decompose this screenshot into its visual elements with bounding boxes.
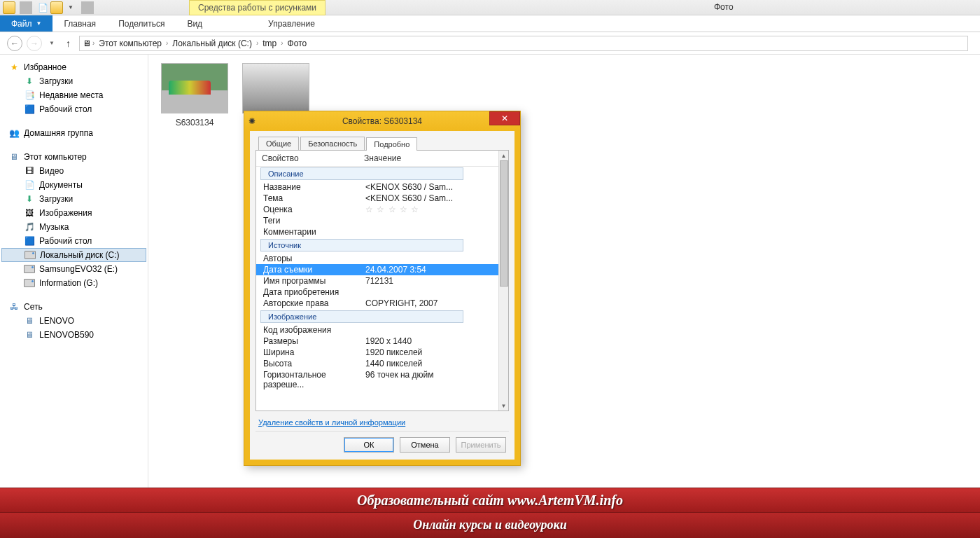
- property-row[interactable]: Размеры1920 x 1440: [256, 336, 498, 347]
- properties-dialog: ✺ Свойства: S6303134 ✕ Общие Безопасност…: [244, 111, 521, 466]
- navbar: ← → ▼ ↑ 🖥 › Этот компьютер› Локальный ди…: [0, 32, 980, 55]
- tab-share[interactable]: Поделиться: [107, 15, 176, 32]
- property-row[interactable]: Ширина1920 пикселей: [256, 347, 498, 358]
- property-section: Изображение: [260, 310, 463, 323]
- chevron-down-icon: ▼: [36, 20, 42, 27]
- video-icon: 🎞: [24, 165, 35, 177]
- computer-icon: 🖥: [83, 39, 91, 48]
- thumbnail-caption: S6303134: [157, 118, 232, 127]
- new-folder-icon[interactable]: [50, 1, 63, 14]
- sidebar-item-pictures[interactable]: 🖼Изображения: [0, 206, 148, 220]
- breadcrumb[interactable]: Фото: [285, 39, 310, 48]
- thumbnail-item[interactable]: [238, 63, 314, 118]
- sidebar-item-downloads[interactable]: ⬇Загрузки: [0, 192, 148, 206]
- sidebar-item-downloads[interactable]: ⬇Загрузки: [0, 74, 148, 88]
- sidebar-item-network-pc[interactable]: 🖥LENOVOB590: [0, 328, 148, 342]
- property-rows[interactable]: ОписаниеНазвание<KENOX S630 / Sam...Тема…: [256, 166, 498, 411]
- sidebar-item-video[interactable]: 🎞Видео: [0, 164, 148, 178]
- recent-icon: 📑: [24, 90, 35, 101]
- network-icon: 🖧: [8, 301, 20, 312]
- scrollbar[interactable]: ▲ ▼: [498, 151, 508, 411]
- homegroup[interactable]: 👥Домашняя группа: [0, 126, 148, 140]
- breadcrumb[interactable]: Локальный диск (C:): [169, 39, 255, 48]
- desktop-icon: 🟦: [24, 235, 35, 247]
- sidebar-item-drive-c[interactable]: Локальный диск (C:): [1, 248, 146, 262]
- sidebar-item-documents[interactable]: 📄Документы: [0, 178, 148, 192]
- property-row[interactable]: Комментарии: [256, 226, 498, 237]
- music-icon: 🎵: [24, 221, 35, 233]
- sidebar-item-drive-g[interactable]: Information (G:): [0, 276, 148, 290]
- breadcrumb[interactable]: Этот компьютер: [96, 39, 164, 48]
- property-row[interactable]: Авторы: [256, 253, 498, 264]
- download-icon: ⬇: [24, 76, 35, 87]
- tab-home[interactable]: Главная: [52, 15, 107, 32]
- footer-banner-1: Образовательный сайт www.ArtemVM.info: [0, 488, 980, 513]
- property-row[interactable]: Название<KENOX S630 / Sam...: [256, 181, 498, 193]
- sidebar-item-desktop[interactable]: 🟦Рабочий стол: [0, 102, 148, 116]
- close-icon: ✕: [501, 113, 508, 123]
- property-row[interactable]: Высота1440 пикселей: [256, 358, 498, 369]
- property-row[interactable]: Авторские праваCOPYRIGHT, 2007: [256, 298, 498, 309]
- column-value[interactable]: Значение: [364, 153, 503, 163]
- computer-icon: 🖥: [8, 151, 20, 163]
- titlebar: 📄 ▼ Средства работы с рисунками Фото: [0, 0, 980, 15]
- sidebar-item-drive-e[interactable]: SamsungEVO32 (E:): [0, 262, 148, 276]
- tab-manage[interactable]: Управление: [257, 15, 326, 32]
- contextual-tab-label: Средства работы с рисунками: [189, 0, 326, 15]
- remove-properties-link[interactable]: Удаление свойств и личной информации: [258, 418, 405, 427]
- ok-button[interactable]: ОК: [344, 437, 394, 453]
- sidebar-item-network-pc[interactable]: 🖥LENOVO: [0, 314, 148, 328]
- footer-banner-2: Онлайн курсы и видеоуроки: [0, 513, 980, 538]
- quick-access: 📄 ▼: [0, 1, 99, 14]
- drive-icon: [24, 277, 35, 289]
- history-dropdown-icon[interactable]: ▼: [49, 40, 55, 46]
- column-property[interactable]: Свойство: [262, 153, 364, 163]
- forward-button[interactable]: →: [27, 36, 42, 51]
- property-section: Описание: [260, 167, 463, 180]
- property-row[interactable]: Оценка☆ ☆ ☆ ☆ ☆: [256, 204, 498, 215]
- properties-icon[interactable]: 📄: [36, 1, 49, 14]
- property-row[interactable]: Горизонтальное разреше...96 точек на дюй…: [256, 369, 498, 390]
- property-section: Источник: [260, 239, 463, 251]
- sidebar-item-recent[interactable]: 📑Недавние места: [0, 88, 148, 102]
- this-pc[interactable]: 🖥Этот компьютер: [0, 150, 148, 164]
- thumbnail-item[interactable]: S6303134: [157, 63, 232, 127]
- separator: [81, 1, 94, 14]
- address-bar[interactable]: 🖥 › Этот компьютер› Локальный диск (C:)›…: [79, 36, 968, 51]
- tab-general[interactable]: Общие: [258, 137, 299, 150]
- sidebar-item-music[interactable]: 🎵Музыка: [0, 220, 148, 234]
- tab-view[interactable]: Вид: [176, 15, 214, 32]
- property-row[interactable]: Код изображения: [256, 324, 498, 336]
- chevron-down-icon[interactable]: ▼: [64, 1, 77, 14]
- property-row[interactable]: Дата приобретения: [256, 287, 498, 298]
- favorites-group[interactable]: ★Избранное: [0, 60, 148, 74]
- dialog-titlebar[interactable]: ✺ Свойства: S6303134 ✕: [244, 111, 520, 131]
- property-row[interactable]: Теги: [256, 215, 498, 226]
- star-icon: ★: [8, 62, 20, 73]
- property-header: Свойство Значение: [256, 151, 508, 167]
- back-button[interactable]: ←: [7, 36, 22, 51]
- scroll-thumb[interactable]: [500, 160, 508, 287]
- property-row[interactable]: Имя программы712131: [256, 275, 498, 287]
- computer-icon: 🖥: [24, 329, 35, 340]
- dialog-body: Общие Безопасность Подробно Свойство Зна…: [244, 131, 520, 465]
- sidebar-item-desktop[interactable]: 🟦Рабочий стол: [0, 234, 148, 248]
- property-row[interactable]: Дата съемки24.04.2007 3:54: [256, 264, 498, 275]
- download-icon: ⬇: [24, 193, 35, 205]
- tab-details[interactable]: Подробно: [366, 137, 417, 151]
- tab-security[interactable]: Безопасность: [300, 137, 365, 150]
- folder-icon[interactable]: [3, 1, 15, 14]
- dialog-title: Свойства: S6303134: [342, 116, 422, 126]
- up-button[interactable]: ↑: [66, 38, 71, 49]
- scroll-up-icon[interactable]: ▲: [499, 151, 508, 160]
- close-button[interactable]: ✕: [489, 111, 520, 125]
- property-row[interactable]: Тема<KENOX S630 / Sam...: [256, 193, 498, 204]
- breadcrumb[interactable]: tmp: [260, 39, 279, 48]
- cancel-button[interactable]: Отмена: [400, 437, 450, 453]
- file-tab[interactable]: Файл▼: [0, 15, 52, 32]
- dialog-buttons: ОК Отмена Применить: [255, 431, 509, 453]
- apply-button[interactable]: Применить: [456, 437, 506, 453]
- network-group[interactable]: 🖧Сеть: [0, 300, 148, 314]
- window-title: Фото: [714, 2, 734, 12]
- scroll-down-icon[interactable]: ▼: [499, 401, 508, 411]
